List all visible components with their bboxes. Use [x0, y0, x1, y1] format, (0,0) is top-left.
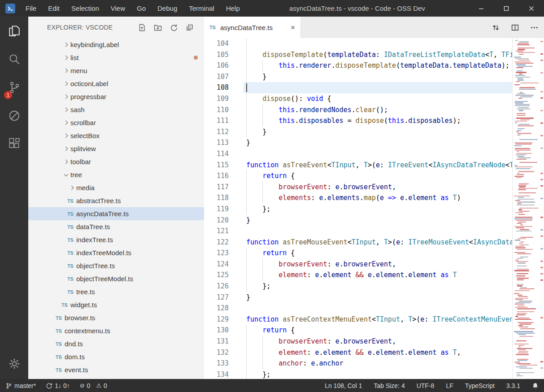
line-number[interactable]: 118 — [204, 192, 244, 204]
tree-file-dataTree.ts[interactable]: TSdataTree.ts — [28, 220, 204, 233]
tree-file-dnd.ts[interactable]: TSdnd.ts — [28, 337, 204, 350]
refresh-icon[interactable] — [170, 24, 178, 31]
close-button[interactable] — [519, 0, 544, 17]
minimize-button[interactable] — [469, 0, 494, 17]
sync-status[interactable]: 1↓ 0↑ — [46, 382, 70, 389]
line-number[interactable]: 121 — [204, 226, 244, 237]
line-number[interactable]: 113 — [204, 137, 244, 148]
tree-file-objectTreeModel.ts[interactable]: TSobjectTreeModel.ts — [28, 272, 204, 285]
code-line-117[interactable]: browserEvent: e.browserEvent, — [244, 182, 512, 193]
code-line-104[interactable] — [244, 38, 512, 49]
language-indicator[interactable]: TypeScript — [465, 382, 495, 389]
tree-folder-toolbar[interactable]: toolbar — [28, 155, 204, 168]
tree-folder-media[interactable]: media — [28, 181, 204, 194]
activity-settings[interactable] — [0, 352, 28, 375]
code-line-128[interactable] — [244, 303, 512, 314]
activity-explorer[interactable] — [0, 17, 28, 45]
line-number[interactable]: 116 — [204, 170, 244, 182]
code-line-119[interactable]: }; — [244, 204, 512, 215]
code-line-134[interactable]: }; — [244, 369, 512, 379]
code-line-111[interactable]: this.disposables = dispose(this.disposab… — [244, 115, 512, 126]
code-line-107[interactable]: } — [244, 71, 512, 83]
notifications-bell[interactable] — [532, 382, 539, 389]
close-icon[interactable]: × — [291, 24, 295, 31]
code-line-133[interactable]: anchor: e.anchor — [244, 358, 512, 369]
line-number[interactable]: 127 — [204, 292, 244, 303]
eol-indicator[interactable]: LF — [446, 382, 453, 389]
code-line-108[interactable] — [244, 82, 512, 93]
tree-folder-selectBox[interactable]: selectBox — [28, 129, 204, 142]
tree-folder-tree[interactable]: tree — [28, 168, 204, 181]
code-line-109[interactable]: dispose(): void { — [244, 93, 512, 105]
tab-asyncdatatree[interactable]: TS asyncDataTree.ts × — [204, 17, 301, 38]
tree-folder-menu[interactable]: menu — [28, 64, 204, 77]
tree-folder-splitview[interactable]: splitview — [28, 142, 204, 155]
tree-file-tree.ts[interactable]: TStree.ts — [28, 285, 204, 298]
encoding-indicator[interactable]: UTF-8 — [417, 382, 435, 389]
code-line-122[interactable]: function asTreeMouseEvent<TInput, T>(e: … — [244, 237, 512, 248]
tree-folder-octiconLabel[interactable]: octiconLabel — [28, 77, 204, 90]
code-line-125[interactable]: element: e.element && e.element.element … — [244, 270, 512, 281]
tree-folder-keybindingLabel[interactable]: keybindingLabel — [28, 38, 204, 51]
menu-item-debug[interactable]: Debug — [152, 0, 183, 17]
code-lines[interactable]: disposeTemplate(templateData: IDataTreeL… — [244, 38, 512, 379]
line-number[interactable]: 104 — [204, 38, 244, 49]
tab-size-indicator[interactable]: Tab Size: 4 — [374, 382, 405, 389]
code-line-123[interactable]: return { — [244, 248, 512, 259]
line-number[interactable]: 120 — [204, 215, 244, 226]
line-number[interactable]: 124 — [204, 259, 244, 270]
tree-file-abstractTree.ts[interactable]: TSabstractTree.ts — [28, 194, 204, 207]
new-folder-icon[interactable] — [154, 24, 162, 31]
code-line-118[interactable]: elements: e.elements.map(e => e.element … — [244, 192, 512, 204]
code-line-127[interactable]: } — [244, 292, 512, 303]
line-number[interactable]: 114 — [204, 148, 244, 160]
code-line-120[interactable]: } — [244, 215, 512, 226]
menu-item-selection[interactable]: Selection — [65, 0, 105, 17]
code-line-126[interactable]: }; — [244, 281, 512, 292]
line-number[interactable]: 122 — [204, 237, 244, 248]
collapse-all-icon[interactable] — [186, 24, 193, 31]
code-line-124[interactable]: browserEvent: e.browserEvent, — [244, 259, 512, 270]
menu-item-help[interactable]: Help — [220, 0, 246, 17]
line-number[interactable]: 106 — [204, 60, 244, 71]
activity-extensions[interactable] — [0, 130, 28, 158]
menu-item-file[interactable]: File — [20, 0, 42, 17]
menu-item-view[interactable]: View — [105, 0, 131, 17]
line-number[interactable]: 117 — [204, 182, 244, 193]
activity-source-control[interactable]: 1 — [0, 73, 28, 101]
maximize-button[interactable] — [494, 0, 519, 17]
more-actions-icon[interactable] — [530, 23, 539, 32]
code-line-116[interactable]: return { — [244, 170, 512, 182]
tree-file-indexTreeModel.ts[interactable]: TSindexTreeModel.ts — [28, 246, 204, 259]
code-line-131[interactable]: browserEvent: e.browserEvent, — [244, 336, 512, 347]
ts-version-indicator[interactable]: 3.3.1 — [506, 382, 520, 389]
tree-file-indexTree.ts[interactable]: TSindexTree.ts — [28, 233, 204, 246]
tree-folder-sash[interactable]: sash — [28, 103, 204, 116]
tree-file-contextmenu.ts[interactable]: TScontextmenu.ts — [28, 324, 204, 337]
line-number[interactable]: 123 — [204, 248, 244, 259]
line-number[interactable]: 130 — [204, 325, 244, 336]
code-line-115[interactable]: function asTreeEvent<TInput, T>(e: ITree… — [244, 160, 512, 171]
git-branch-status[interactable]: master* — [5, 382, 36, 389]
line-number[interactable]: 107 — [204, 71, 244, 83]
tree-file-browser.ts[interactable]: TSbrowser.ts — [28, 311, 204, 324]
new-file-icon[interactable] — [138, 24, 146, 31]
line-number[interactable]: 126 — [204, 281, 244, 292]
line-number[interactable]: 134 — [204, 369, 244, 379]
line-number[interactable]: 105 — [204, 49, 244, 61]
tree-file-dom.ts[interactable]: TSdom.ts — [28, 350, 204, 363]
line-number[interactable]: 111 — [204, 115, 244, 126]
tree-file-asyncDataTree.ts[interactable]: TSasyncDataTree.ts — [28, 207, 204, 220]
line-number[interactable]: 132 — [204, 347, 244, 358]
code-line-113[interactable]: } — [244, 137, 512, 148]
line-number[interactable]: 108 — [204, 82, 244, 93]
code-line-114[interactable] — [244, 148, 512, 160]
menu-item-go[interactable]: Go — [131, 0, 152, 17]
line-number[interactable]: 131 — [204, 336, 244, 347]
code-line-129[interactable]: function asTreeContextMenuEvent<TInput, … — [244, 314, 512, 325]
tree-file-objectTree.ts[interactable]: TSobjectTree.ts — [28, 259, 204, 272]
line-number[interactable]: 110 — [204, 105, 244, 116]
tree-file-event.ts[interactable]: TSevent.ts — [28, 363, 204, 376]
code-line-106[interactable]: this.renderer.disposeTemplate(templateDa… — [244, 60, 512, 71]
code-line-110[interactable]: this.renderedNodes.clear(); — [244, 105, 512, 116]
